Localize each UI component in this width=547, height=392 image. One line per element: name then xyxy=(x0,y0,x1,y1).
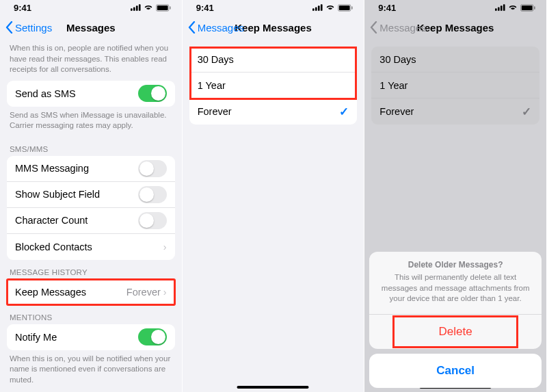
option-forever: Forever ✓ xyxy=(371,99,539,125)
send-as-sms-row[interactable]: Send as SMS xyxy=(7,81,175,107)
signal-icon xyxy=(131,4,141,11)
settings-content: When this is on, people are notified whe… xyxy=(0,40,182,392)
svg-rect-20 xyxy=(534,6,535,9)
notify-toggle[interactable] xyxy=(138,328,167,345)
status-icons xyxy=(312,4,353,12)
blocked-row[interactable]: Blocked Contacts › xyxy=(7,234,175,260)
label: Character Count xyxy=(15,215,88,226)
svg-rect-15 xyxy=(498,8,500,11)
delete-button[interactable]: Delete xyxy=(369,315,542,349)
svg-rect-2 xyxy=(136,5,138,11)
sheet-header: Delete Older Messages? This will permane… xyxy=(369,252,542,315)
svg-rect-8 xyxy=(315,8,317,11)
label: 1 Year xyxy=(379,80,408,91)
label: Notify Me xyxy=(15,332,57,343)
chevron-right-icon: › xyxy=(163,241,167,252)
read-receipts-footer: When this is on, people are notified whe… xyxy=(0,40,182,81)
subject-row[interactable]: Show Subject Field xyxy=(7,182,175,208)
nav-bar: Messages Keep Messages xyxy=(364,15,546,40)
svg-rect-14 xyxy=(495,8,497,11)
keep-options-group: 30 Days 1 Year Forever ✓ xyxy=(371,47,539,125)
svg-rect-5 xyxy=(157,5,168,10)
status-time: 9:41 xyxy=(196,3,214,13)
signal-icon xyxy=(312,4,323,11)
notify-me-row[interactable]: Notify Me xyxy=(7,324,175,350)
label: Forever xyxy=(379,106,414,117)
checkmark-icon: ✓ xyxy=(522,105,531,119)
sms-mms-group: MMS Messaging Show Subject Field Charact… xyxy=(7,156,175,260)
back-button: Messages xyxy=(370,21,426,34)
sheet-main-block: Delete Older Messages? This will permane… xyxy=(369,252,542,349)
option-30-days[interactable]: 30 Days xyxy=(189,47,358,73)
label: Show Subject Field xyxy=(15,189,100,200)
label: Cancel xyxy=(436,364,475,378)
keep-messages-row[interactable]: Keep Messages Forever › xyxy=(7,279,175,305)
keep-messages-value: Forever › xyxy=(126,287,167,298)
label: Blocked Contacts xyxy=(15,241,92,252)
svg-rect-10 xyxy=(321,4,323,11)
value-text: Forever xyxy=(126,287,161,298)
status-time: 9:41 xyxy=(14,3,31,13)
svg-rect-0 xyxy=(131,8,133,11)
charcount-row[interactable]: Character Count xyxy=(7,208,175,234)
wifi-icon xyxy=(508,4,518,11)
svg-rect-7 xyxy=(312,8,315,11)
charcount-toggle[interactable] xyxy=(138,212,167,229)
chevron-left-icon xyxy=(370,21,377,34)
nav-bar: Settings Messages xyxy=(0,15,182,40)
svg-rect-17 xyxy=(503,4,505,11)
notify-footer: When this is on, you will be notified wh… xyxy=(0,350,182,391)
mms-toggle[interactable] xyxy=(138,160,167,177)
status-bar: 9:41 xyxy=(0,0,182,15)
chevron-left-icon xyxy=(5,21,13,34)
back-button[interactable]: Messages xyxy=(188,21,244,34)
cancel-button[interactable]: Cancel xyxy=(369,354,542,388)
send-as-sms-group: Send as SMS xyxy=(7,81,175,107)
option-1-year: 1 Year xyxy=(371,73,539,99)
options-content: 30 Days 1 Year Forever ✓ xyxy=(183,40,364,392)
svg-rect-1 xyxy=(133,8,135,11)
option-1-year[interactable]: 1 Year xyxy=(189,73,358,99)
label: 30 Days xyxy=(198,54,234,65)
status-bar: 9:41 xyxy=(364,0,546,15)
svg-rect-16 xyxy=(501,5,503,11)
label: MMS Messaging xyxy=(15,163,89,174)
history-header: MESSAGE HISTORY xyxy=(0,260,182,279)
sheet-message: This will permanently delete all text me… xyxy=(380,272,531,304)
keep-options-group: 30 Days 1 Year Forever ✓ xyxy=(189,47,358,125)
svg-rect-12 xyxy=(339,5,350,10)
mentions-header: MENTIONS xyxy=(0,305,182,324)
back-button[interactable]: Settings xyxy=(5,21,52,34)
message-history-group: Keep Messages Forever › xyxy=(7,279,175,305)
chevron-left-icon xyxy=(188,21,196,34)
wifi-icon xyxy=(325,4,335,11)
status-icons xyxy=(495,4,535,12)
nav-bar: Messages Keep Messages xyxy=(183,15,364,40)
sms-mms-header: SMS/MMS xyxy=(0,137,182,156)
screen-delete-confirm: 9:41 Messages Keep Messages 30 Days 1 Ye… xyxy=(364,0,547,392)
sheet-title: Delete Older Messages? xyxy=(380,260,531,270)
svg-rect-3 xyxy=(139,4,141,11)
option-30-days: 30 Days xyxy=(371,47,539,73)
label: Forever xyxy=(198,106,232,117)
send-sms-toggle[interactable] xyxy=(138,85,167,102)
home-indicator[interactable] xyxy=(237,386,309,389)
label: 1 Year xyxy=(198,80,226,91)
svg-rect-9 xyxy=(318,5,320,11)
battery-icon xyxy=(338,4,353,12)
send-sms-footer: Send as SMS when iMessage is unavailable… xyxy=(0,107,182,137)
mms-row[interactable]: MMS Messaging xyxy=(7,156,175,182)
screen-keep-messages: 9:41 Messages Keep Messages 30 Days 1 Ye… xyxy=(183,0,365,392)
checkmark-icon: ✓ xyxy=(339,105,349,119)
svg-rect-13 xyxy=(352,6,353,9)
status-time: 9:41 xyxy=(378,3,396,13)
battery-icon xyxy=(156,4,171,12)
status-bar: 9:41 xyxy=(183,0,364,15)
label: Keep Messages xyxy=(15,287,86,298)
label: 30 Days xyxy=(379,54,416,65)
svg-rect-6 xyxy=(170,6,170,9)
subject-toggle[interactable] xyxy=(138,186,167,203)
action-sheet: Delete Older Messages? This will permane… xyxy=(369,252,542,388)
option-forever[interactable]: Forever ✓ xyxy=(189,99,358,125)
back-label: Messages xyxy=(379,22,426,34)
